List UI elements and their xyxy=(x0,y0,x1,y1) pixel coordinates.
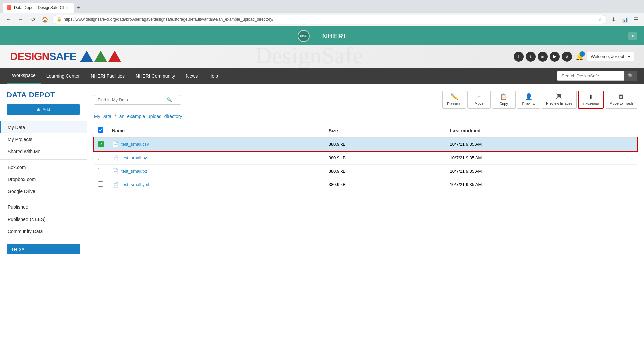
select-all-checkbox[interactable] xyxy=(98,127,103,133)
nheri-title: NHERI xyxy=(322,32,346,40)
bookmark-icon[interactable]: ☆ xyxy=(598,17,602,22)
select-all-header xyxy=(94,124,108,137)
file-search-button[interactable]: 🔍 xyxy=(167,97,172,102)
table-row[interactable]: 📄 test_small.txt 380.9 kB 10/7/21 9:35 A… xyxy=(94,165,637,178)
table-row[interactable]: 📄 test_small.yml 380.9 kB 10/7/21 9:35 A… xyxy=(94,178,637,191)
breadcrumb-current[interactable]: an_example_upload_directory xyxy=(119,114,182,119)
active-tab[interactable]: Data Depot | DesignSafe-CI ✕ xyxy=(3,3,74,13)
preview-images-label: Preview Images xyxy=(546,101,572,105)
tab-favicon xyxy=(7,5,11,10)
help-button[interactable]: Help ▾ xyxy=(7,244,80,254)
row-1-name-cell: 📄 test_small.csv xyxy=(108,137,325,151)
row-3-checkbox-cell xyxy=(94,165,108,178)
file-table-body: ✓ 📄 test_small.csv 380.9 kB 10/7/21 9:35… xyxy=(94,137,637,191)
home-button[interactable]: 🏠 xyxy=(40,15,50,24)
move-to-trash-button[interactable]: 🗑 Move to Trash xyxy=(605,90,637,109)
row-3-file-link[interactable]: 📄 test_small.txt xyxy=(112,168,321,174)
preview-button[interactable]: 👤 Preview xyxy=(517,90,540,109)
ds-header: DESIGNSAFE f t in ▶ # 🔔 8 Welcome, Josep… xyxy=(0,45,644,68)
row-2-size: 380.9 kB xyxy=(325,151,446,165)
nav-item-learning-center[interactable]: Learning Center xyxy=(41,69,85,83)
back-button[interactable]: ← xyxy=(4,15,13,24)
rename-icon: ✏️ xyxy=(450,93,458,100)
facebook-icon[interactable]: f xyxy=(514,52,524,62)
row-4-size: 380.9 kB xyxy=(325,178,446,191)
slack-icon[interactable]: # xyxy=(562,52,572,62)
banner-dropdown-button[interactable]: ▾ xyxy=(628,32,637,40)
breadcrumb-root[interactable]: My Data xyxy=(94,114,111,119)
sidebar-item-community-data[interactable]: Community Data xyxy=(0,225,87,237)
breadcrumb: My Data / an_example_upload_directory xyxy=(94,114,637,119)
downloads-button[interactable]: ⬇ xyxy=(609,15,618,24)
address-bar: ← → ↺ 🏠 🔒 https://www.designsafe-ci.org/… xyxy=(0,13,644,26)
nav-item-workspace[interactable]: Workspace xyxy=(7,68,41,84)
logo-design: DESIGN xyxy=(10,50,49,62)
nav-item-nheri-community[interactable]: NHERI Community xyxy=(130,69,180,83)
copy-button[interactable]: 📋 Copy xyxy=(492,90,516,109)
table-row[interactable]: ✓ 📄 test_small.csv 380.9 kB 10/7/21 9:35… xyxy=(94,137,637,151)
welcome-button[interactable]: Welcome, Joseph! ▾ xyxy=(587,52,634,61)
sidebar-item-boxcom[interactable]: Box.com xyxy=(0,161,87,173)
row-1-file-link[interactable]: 📄 test_small.csv xyxy=(112,141,321,147)
nav-item-news[interactable]: News xyxy=(180,69,203,83)
col-modified-header: Last modified xyxy=(446,124,637,137)
move-button[interactable]: + Move xyxy=(467,90,491,109)
nheri-banner: NSF NHERI ▾ xyxy=(0,26,644,45)
notification-button[interactable]: 🔔 8 xyxy=(575,53,584,61)
breadcrumb-separator: / xyxy=(115,114,117,119)
sidebar-item-shared-with-me[interactable]: Shared with Me xyxy=(0,145,87,158)
sidebar-item-dropboxcom[interactable]: Dropbox.com xyxy=(0,173,87,185)
tab-close-button[interactable]: ✕ xyxy=(64,5,70,11)
row-1-checkbox[interactable]: ✓ xyxy=(98,141,104,147)
row-4-file-link[interactable]: 📄 test_small.yml xyxy=(112,181,321,188)
row-3-file-icon: 📄 xyxy=(112,168,119,174)
row-2-checkbox[interactable] xyxy=(98,155,103,160)
sidebar-item-published[interactable]: Published xyxy=(0,201,87,213)
row-2-file-link[interactable]: 📄 test_small.py xyxy=(112,155,321,161)
rename-button[interactable]: ✏️ Rename xyxy=(442,90,466,109)
row-3-checkbox[interactable] xyxy=(98,168,103,173)
sidebar-item-google-drive[interactable]: Google Drive xyxy=(0,185,87,197)
row-4-checkbox[interactable] xyxy=(98,181,103,187)
nav-item-help[interactable]: Help xyxy=(203,69,223,83)
menu-button[interactable]: ☰ xyxy=(631,15,640,24)
ds-logo: DESIGNSAFE xyxy=(10,50,121,63)
logo-icon xyxy=(80,51,121,62)
sidebar-divider-2 xyxy=(0,199,87,199)
preview-icon: 👤 xyxy=(525,93,532,100)
add-button[interactable]: ⊕ Add xyxy=(7,104,80,115)
row-4-file-name: test_small.yml xyxy=(121,182,149,187)
linkedin-icon[interactable]: in xyxy=(538,52,548,62)
nav-search-input[interactable] xyxy=(557,71,624,81)
nav-item-nheri-facilities[interactable]: NHERI Facilities xyxy=(85,69,130,83)
bookmarks-button[interactable]: 📊 xyxy=(619,15,630,24)
social-icons: f t in ▶ # xyxy=(514,52,572,62)
sidebar-item-published-nees[interactable]: Published (NEES) xyxy=(0,213,87,225)
welcome-dropdown-icon: ▾ xyxy=(628,54,630,59)
forward-button[interactable]: → xyxy=(16,15,25,24)
logo-text: DESIGNSAFE xyxy=(10,50,76,63)
url-text: https://www.designsafe-ci.org/data/brows… xyxy=(64,17,273,22)
download-label: Download xyxy=(583,102,599,106)
download-button[interactable]: ⬇ Download xyxy=(578,90,604,109)
tab-bar: Data Depot | DesignSafe-CI ✕ + xyxy=(0,0,644,13)
twitter-icon[interactable]: t xyxy=(526,52,536,62)
sidebar-item-my-projects[interactable]: My Projects xyxy=(0,133,87,145)
notification-badge: 8 xyxy=(580,51,585,57)
nsf-logo: NSF xyxy=(298,30,310,42)
youtube-icon[interactable]: ▶ xyxy=(550,52,560,62)
row-1-modified: 10/7/21 9:35 AM xyxy=(446,137,637,151)
file-search-input[interactable] xyxy=(98,97,165,102)
browser-chrome: Data Depot | DesignSafe-CI ✕ + ← → ↺ 🏠 🔒… xyxy=(0,0,644,26)
logo-triangle-blue xyxy=(80,51,93,62)
reload-button[interactable]: ↺ xyxy=(28,15,38,24)
sidebar-item-my-data[interactable]: My Data xyxy=(0,121,87,133)
table-row[interactable]: 📄 test_small.py 380.9 kB 10/7/21 9:35 AM xyxy=(94,151,637,165)
new-tab-button[interactable]: + xyxy=(74,3,83,13)
logo-safe: SAFE xyxy=(49,50,76,62)
url-bar[interactable]: 🔒 https://www.designsafe-ci.org/data/bro… xyxy=(52,15,607,24)
preview-images-button[interactable]: 🖼 Preview Images xyxy=(542,90,577,109)
row-1-file-icon: 📄 xyxy=(112,141,119,147)
nav-search-button[interactable]: 🔍 xyxy=(624,71,637,81)
row-2-name-cell: 📄 test_small.py xyxy=(108,151,325,165)
